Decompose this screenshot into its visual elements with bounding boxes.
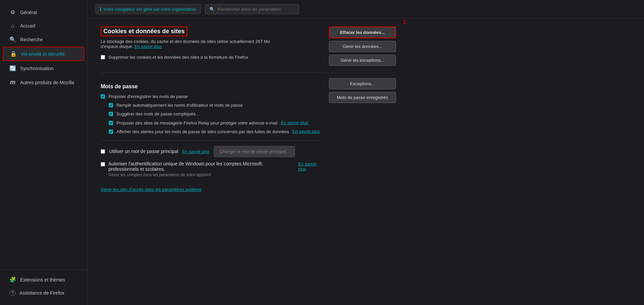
gear-icon: ⚙: [9, 9, 16, 15]
master-checkbox[interactable]: [101, 149, 105, 154]
passwords-title: Mots de passe: [101, 84, 322, 90]
suggerer-row: Suggérer des mots de passe compliqués...: [109, 111, 322, 117]
sidebar-item-label: Extensions et thèmes: [20, 277, 65, 283]
sidebar: ⚙ Général ⌂ Accueil 🔍 Recherche 🔒 Vie pr…: [0, 0, 87, 305]
remplir-row: Remplir automatiquement les noms d'utili…: [109, 102, 322, 108]
search-icon: 🔍: [209, 7, 215, 12]
alias-row: Proposer des alias de messagerie Firefox…: [109, 120, 322, 126]
proposer-label: Proposer d'enregistrer les mots de passe: [108, 94, 188, 100]
master-learn-more[interactable]: En savoir plus: [182, 149, 210, 154]
sidebar-item-label: Synchronisation: [20, 66, 54, 71]
alias-checkbox[interactable]: [109, 121, 113, 125]
sidebar-item-label: Assistance de Firefox: [19, 290, 64, 296]
sidebar-item-general[interactable]: ⚙ Général: [3, 6, 84, 19]
alertes-learn-more[interactable]: En savoir plus: [292, 129, 320, 134]
exceptions-password-button[interactable]: Exceptions...: [329, 78, 396, 89]
master-label: Utiliser un mot de passe principal: [109, 149, 178, 154]
winauth-sublabel: Gérez les comptes dans les paramètres de…: [108, 172, 322, 177]
saved-passwords-button[interactable]: Mots de passe enregistrés: [329, 92, 396, 103]
sidebar-item-synchronisation[interactable]: 🔄 Synchronisation: [3, 62, 84, 75]
alertes-checkbox[interactable]: [109, 130, 113, 134]
annotation-2: 2: [403, 19, 406, 25]
winauth-label: Autoriser l'authentification unique de W…: [108, 161, 322, 172]
cookies-desc: Le stockage des cookies, du cache et des…: [101, 39, 282, 49]
org-notice-text: Votre navigateur est géré par votre orga…: [103, 7, 197, 12]
cookies-section: Cookies et données de sites Le stockage …: [101, 27, 396, 66]
cookies-buttons: 2 Effacer les données... Gérer les donné…: [329, 27, 396, 66]
master-password-row: Utiliser un mot de passe principal En sa…: [101, 146, 322, 157]
sidebar-item-assistance[interactable]: ? Assistance de Firefox: [3, 287, 84, 299]
search-icon: 🔍: [9, 36, 16, 43]
sidebar-item-recherche[interactable]: 🔍 Recherche: [3, 33, 84, 46]
sidebar-item-label: Autres produits de Mozilla: [20, 80, 74, 85]
home-icon: ⌂: [9, 23, 16, 29]
alertes-label: Afficher des alertes pour les mots de pa…: [116, 129, 289, 135]
proposer-row: Proposer d'enregistrer les mots de passe: [101, 94, 322, 100]
search-input[interactable]: [217, 7, 295, 12]
password-buttons: Exceptions... Mots de passe enregistrés: [329, 78, 396, 103]
suppress-checkbox[interactable]: [101, 55, 105, 59]
winauth-learn-more[interactable]: En savoir plus: [298, 161, 322, 171]
remplir-checkbox[interactable]: [109, 103, 113, 107]
extensions-icon: 🧩: [9, 276, 16, 283]
sidebar-item-extensions[interactable]: 🧩 Extensions et thèmes: [3, 273, 84, 286]
alias-learn-more[interactable]: En savoir plus: [281, 120, 308, 125]
cookies-learn-more[interactable]: En savoir plus: [135, 44, 162, 49]
gerer-button[interactable]: Gérer les données...: [329, 41, 396, 52]
sidebar-item-vie-privee[interactable]: 🔒 Vie privée et sécurité: [3, 47, 84, 61]
winauth-checkbox[interactable]: [101, 162, 105, 166]
passwords-section: Mots de passe Proposer d'enregistrer les…: [101, 78, 396, 180]
remplir-label: Remplir automatiquement les noms d'utili…: [116, 102, 243, 108]
exceptions-cookies-button[interactable]: Gérer les exceptions...: [329, 55, 396, 66]
sync-icon: 🔄: [9, 65, 16, 71]
cookies-left: Cookies et données de sites Le stockage …: [101, 27, 315, 63]
winauth-content: Autoriser l'authentification unique de W…: [108, 161, 322, 177]
sidebar-bottom: 🧩 Extensions et thèmes ? Assistance de F…: [0, 270, 87, 300]
effacer-button[interactable]: Effacer les données...: [329, 27, 396, 38]
mozilla-icon: m: [9, 79, 16, 86]
main-content: ℹ Votre navigateur est géré par votre or…: [87, 0, 644, 305]
bottom-link-container: Gérer les clés d'accès dans les paramètr…: [101, 187, 396, 192]
cookies-title: Cookies et données de sites: [101, 27, 187, 36]
sidebar-item-label: Vie privée et sécurité: [21, 51, 64, 57]
cookies-desc-text: Le stockage des cookies, du cache et des…: [101, 39, 270, 49]
content-area: Cookies et données de sites Le stockage …: [87, 18, 409, 200]
sidebar-item-label: Accueil: [20, 23, 35, 29]
cookies-suppress-row: Supprimer les cookies et les données des…: [101, 54, 315, 60]
suppress-label: Supprimer les cookies et les données des…: [108, 54, 248, 60]
sidebar-item-mozilla[interactable]: m Autres produits de Mozilla: [3, 75, 84, 89]
topbar: ℹ Votre navigateur est géré par votre or…: [87, 0, 644, 18]
sidebar-item-label: Général: [20, 10, 37, 15]
alias-label: Proposer des alias de messagerie Firefox…: [116, 120, 278, 126]
password-left: Mots de passe Proposer d'enregistrer les…: [101, 78, 322, 180]
change-master-button[interactable]: Changer le mot de passe principal...: [214, 146, 295, 157]
suggerer-label: Suggérer des mots de passe compliqués...: [116, 111, 199, 117]
windows-auth-row: Autoriser l'authentification unique de W…: [101, 161, 322, 177]
info-icon: ℹ: [100, 6, 101, 12]
proposer-checkbox[interactable]: [101, 94, 105, 99]
sidebar-item-label: Recherche: [20, 37, 43, 42]
search-bar[interactable]: 🔍: [205, 4, 299, 14]
bottom-link[interactable]: Gérer les clés d'accès dans les paramètr…: [101, 187, 202, 192]
lock-icon: 🔒: [10, 51, 17, 57]
suggerer-checkbox[interactable]: [109, 112, 113, 116]
alertes-row: Afficher des alertes pour les mots de pa…: [109, 129, 322, 135]
divider-1: [101, 72, 396, 73]
org-notice[interactable]: ℹ Votre navigateur est géré par votre or…: [95, 4, 201, 14]
divider-2: [101, 140, 322, 141]
sidebar-item-accueil[interactable]: ⌂ Accueil: [3, 19, 84, 32]
help-icon: ?: [9, 290, 15, 296]
